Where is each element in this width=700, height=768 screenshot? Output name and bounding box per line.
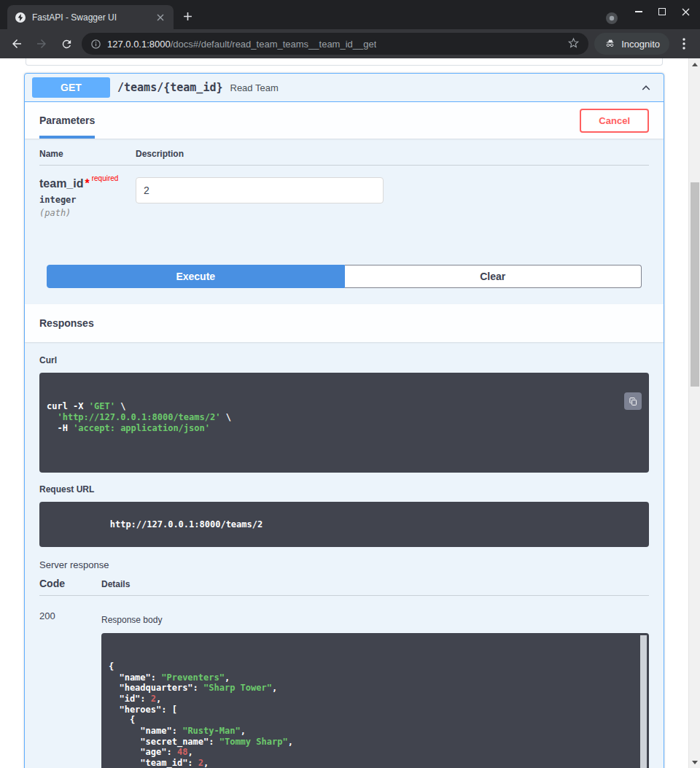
operation-summary: Read Team [230,82,629,93]
status-circle-icon[interactable] [605,12,618,25]
page-scrollbar[interactable] [688,58,700,768]
copy-icon [629,397,638,406]
address-bar[interactable]: 127.0.0.1:8000/docs#/default/read_team_t… [82,33,588,55]
code-details-header: Code Details [39,578,649,596]
execute-button[interactable]: Execute [47,265,345,288]
opblock-summary[interactable]: GET /teams/{team_id} Read Team [25,74,664,102]
incognito-icon [604,38,616,50]
column-details: Details [101,579,130,589]
incognito-label: Incognito [621,39,660,50]
responses-body: Curl curl -X 'GET' \ 'http://127.0.0.1:8… [25,342,664,768]
forward-button[interactable] [32,34,51,53]
column-name: Name [39,149,136,159]
response-body-code: { "name": "Preventers", "headquarters": … [109,662,642,768]
responses-section-header: Responses [25,304,664,342]
execute-wrapper: Execute Clear [25,252,664,304]
parameters-table-head: Name Description [39,139,649,166]
tab-parameters: Parameters [39,102,95,139]
fastapi-favicon-icon [15,12,26,23]
page-info-icon[interactable] [90,39,101,50]
request-url-value: http://127.0.0.1:8000/teams/2 [110,519,263,530]
browser-tab[interactable]: FastAPI - Swagger UI [7,5,174,29]
column-description: Description [136,149,184,159]
response-row: 200 Response body { "name": "Preventers"… [39,610,649,768]
plus-icon [183,12,192,21]
response-body-scrollbar-thumb[interactable] [640,635,647,768]
tab-close-icon[interactable] [155,12,166,23]
copy-to-clipboard-button[interactable] [624,392,642,410]
required-star: * [85,177,89,190]
method-badge: GET [32,77,110,98]
responses-title: Responses [39,317,94,329]
page-scrollbar-thumb[interactable] [691,182,699,387]
scroll-up-button[interactable] [689,58,700,70]
team-id-input[interactable] [136,177,384,203]
swagger-page: GET /teams/{team_id} Read Team Parameter… [0,58,688,768]
browser-window: FastAPI - Swagger UI [0,0,700,768]
parameter-meta: team_id*required integer (path) [39,177,136,218]
url-path: /docs#/default/read_team_teams__team_id_… [171,39,377,50]
parameters-table: Name Description team_id*required intege… [25,139,664,252]
browser-toolbar: 127.0.0.1:8000/docs#/default/read_team_t… [0,29,700,58]
back-button[interactable] [7,34,26,53]
scroll-up-arrow-icon [692,63,698,66]
new-tab-button[interactable] [178,7,197,26]
browser-menu-button[interactable] [675,35,693,53]
operation-path: /teams/{team_id} [117,81,223,94]
scroll-down-arrow-icon [692,761,698,764]
column-code: Code [39,578,101,589]
reload-icon [61,38,73,50]
curl-code: curl -X 'GET' \ 'http://127.0.0.1:8000/t… [47,401,642,433]
status-code: 200 [39,610,101,768]
clear-button[interactable]: Clear [345,265,642,288]
minimize-button[interactable] [627,1,650,22]
url-text: 127.0.0.1:8000/docs#/default/read_team_t… [107,39,376,50]
parameter-name: team_id [39,177,83,190]
parameter-location: (path) [39,208,136,218]
response-body-label: Response body [101,615,649,625]
parameters-section-header: Parameters Cancel [25,102,664,139]
minimize-icon [635,11,642,12]
response-body-block: { "name": "Preventers", "headquarters": … [101,633,649,768]
request-url-label: Request URL [39,484,649,494]
bookmark-star-icon[interactable] [567,36,580,52]
close-icon [682,8,690,16]
reload-button[interactable] [57,34,76,53]
url-host: 127.0.0.1:8000 [107,39,171,50]
back-arrow-icon [10,37,23,50]
request-url-block: http://127.0.0.1:8000/teams/2 [39,502,649,547]
parameter-value-cell [136,177,384,218]
maximize-icon [658,8,666,15]
browser-tab-bar: FastAPI - Swagger UI [0,0,700,29]
response-detail: Response body { "name": "Preventers", "h… [101,610,649,768]
page: GET /teams/{team_id} Read Team Parameter… [0,58,700,768]
server-response-label: Server response [39,559,649,570]
forward-arrow-icon [35,37,48,50]
close-button[interactable] [674,1,697,22]
kebab-menu-icon [682,38,685,50]
cancel-button[interactable]: Cancel [580,109,649,133]
previous-block-bottom-edge [26,58,663,66]
maximize-button[interactable] [650,1,674,22]
window-controls [627,1,697,22]
scroll-down-button[interactable] [689,756,700,768]
parameter-type: integer [39,195,136,205]
incognito-badge: Incognito [594,33,669,55]
collapse-button[interactable] [636,77,656,98]
opblock-get-team: GET /teams/{team_id} Read Team Parameter… [24,73,664,768]
chevron-up-icon [640,82,652,93]
required-label: required [92,174,119,182]
curl-block: curl -X 'GET' \ 'http://127.0.0.1:8000/t… [39,373,649,473]
curl-label: Curl [39,355,649,365]
tab-title: FastAPI - Swagger UI [32,12,149,23]
parameter-row: team_id*required integer (path) [39,166,649,252]
